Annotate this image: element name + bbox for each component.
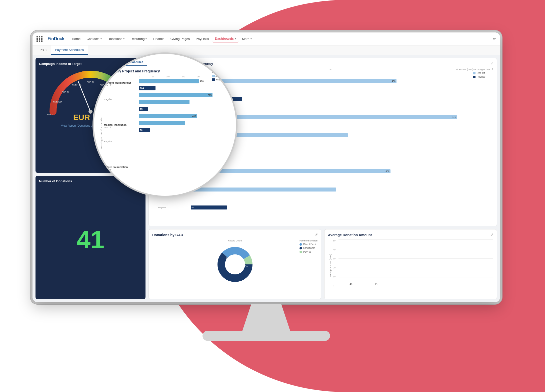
edit-icon[interactable]: ✏: [493, 36, 496, 41]
tab-bar: ns ▾ Payment Schedules: [32, 45, 500, 55]
donations-chevron-icon: ▾: [123, 37, 124, 40]
donations-by-gau-title: Donations by GAU: [152, 233, 318, 237]
nav-contacts[interactable]: Contacts ▾: [84, 35, 104, 42]
mag-bar-fwh-total: 525: [139, 93, 212, 97]
nav-paylinks[interactable]: PayLinks: [193, 35, 212, 42]
legend-direct-debit: Direct Debit: [300, 243, 318, 246]
magnifier-content: ns ▾ Payment Schedules Donations by Proj…: [94, 54, 236, 196]
bar-mi-regular: 25: [191, 151, 493, 156]
contacts-chevron-icon: ▾: [100, 37, 102, 40]
more-chevron-icon: ▾: [250, 37, 252, 40]
bar-np-oneoff: [191, 187, 493, 192]
donut-center-label: Record Count: [152, 239, 318, 242]
legend-paypal: PayPal: [300, 250, 318, 253]
nav-giving-pages[interactable]: Giving Pages: [168, 35, 192, 42]
nav-donations[interactable]: Donations ▾: [105, 35, 127, 42]
monitor-stand-neck: [241, 304, 291, 334]
bar-fwh-regular: 104: [191, 97, 493, 102]
donut-svg: 8.76% 29.27%: [215, 244, 255, 284]
nav-items: Home Contacts ▾ Donations ▾ Recurring ▾: [70, 35, 488, 42]
nav-finance[interactable]: Finance: [150, 35, 167, 42]
svg-text:EUR 1.5k: EUR 1.5k: [72, 84, 82, 86]
mag-bar-np-oneoff: [139, 121, 185, 125]
avg-donation-title: Average Donation Amount: [328, 233, 493, 237]
mag-bar-mi-regular: 25: [139, 107, 148, 111]
tab-ns[interactable]: ns ▾: [36, 45, 51, 55]
nav-recurring[interactable]: Recurring ▾: [128, 35, 149, 42]
mag-chart-body: Recurring or One off > GAU List Fighting…: [99, 76, 231, 191]
mag-bar-mi-oneoff: [139, 100, 190, 104]
gau-chart-expand-icon[interactable]: ⤢: [315, 232, 318, 236]
scene: FinDock Home Contacts ▾ Donations ▾ Recu…: [0, 0, 545, 392]
svg-text:EUR 500: EUR 500: [53, 101, 62, 103]
bar-fwh-oneoff: 406: [191, 79, 493, 84]
mag-bar-row-2: 104: [139, 85, 231, 91]
nav-dashboards[interactable]: Dashboards ▾: [212, 35, 238, 42]
mag-bar-np-regular: 50: [139, 128, 150, 132]
avg-chart-body: Average Amount (EUR) 0 10 20 30 40 50: [328, 239, 493, 292]
bottom-row: Donations by GAU ⤢ Payment Method Direct…: [148, 229, 497, 299]
mag-axis-label: Recurring or One off > GAU List: [100, 117, 103, 149]
avg-bars-container: 46 15: [338, 239, 493, 292]
navbar: FinDock Home Contacts ▾ Donations ▾ Recu…: [32, 32, 500, 45]
donations-by-gau-card: Donations by GAU ⤢ Payment Method Direct…: [148, 229, 321, 299]
mag-bar-row-5: 25: [139, 106, 231, 112]
mag-bar-mi-total: 400: [139, 114, 197, 118]
nav-home[interactable]: Home: [70, 35, 83, 42]
mag-y-fwh-reg: Regular: [104, 98, 137, 101]
tab-payment-schedules[interactable]: Payment Schedules: [51, 45, 88, 55]
mag-bar-row-6: 400: [139, 113, 231, 119]
mag-bar-row-8: 50: [139, 127, 231, 133]
nav-logo[interactable]: FinDock: [48, 36, 64, 41]
mag-y-fwh: Fighting World Hunger One off: [104, 81, 137, 87]
dashboards-chevron-icon: ▾: [235, 37, 236, 40]
legend-creditcard: CreditCard: [300, 247, 318, 249]
monitor-screen: FinDock Home Contacts ▾ Donations ▾ Recu…: [32, 32, 500, 302]
svg-text:8.76%: 8.76%: [226, 257, 233, 259]
recurring-chevron-icon: ▾: [146, 37, 147, 40]
donut-container: 8.76% 29.27%: [152, 242, 318, 287]
svg-text:29.27%: 29.27%: [240, 265, 248, 267]
svg-text:EUR 2k: EUR 2k: [86, 81, 94, 83]
mag-chart-title: Donations by Project and Frequency: [99, 69, 231, 73]
tab-ns-chevron-icon: ▾: [46, 49, 47, 51]
avg-bars: 46 15: [344, 239, 488, 287]
mag-y-mi-reg: Regular: [104, 140, 137, 143]
magnifier-overlay: ns ▾ Payment Schedules Donations by Proj…: [92, 52, 238, 197]
mag-bar-row-7: [139, 120, 231, 126]
mag-legend-regular: Regular: [212, 78, 232, 81]
project-label-np-reg: Regular: [158, 206, 189, 209]
project-chart-expand-icon[interactable]: ⤢: [491, 61, 494, 65]
number-of-donations-card: Number of Donations ⤢ 41: [36, 176, 146, 299]
mag-legend: Recurring or One off One off Regular: [212, 71, 232, 81]
avg-chart-expand-icon[interactable]: ⤢: [491, 232, 494, 236]
svg-text:EUR 0: EUR 0: [47, 113, 54, 116]
gau-legend: Payment Method Direct Debit CreditCard: [300, 239, 318, 253]
mag-bar-row-3: 525: [139, 92, 231, 98]
x-axis-title: of Amount (EUR): [456, 68, 473, 71]
svg-text:EUR 1k: EUR 1k: [62, 91, 70, 93]
avg-y-numbers: 0 10 20 30 40 50: [333, 239, 338, 292]
bar-np-regular: 50: [191, 205, 493, 210]
bars-area: 0 90 180 of Amount (EUR) 406: [191, 68, 493, 216]
monitor-stand-base: [202, 331, 330, 341]
donations-count-value: 41: [39, 183, 142, 296]
mag-y-mi: Medical Innovation One off: [104, 124, 137, 129]
app-grid-icon[interactable]: [36, 36, 42, 42]
campaign-card-title: Campaign Income to Target: [39, 62, 82, 66]
monitor: FinDock Home Contacts ▾ Donations ▾ Recu…: [32, 32, 512, 332]
nav-more-button[interactable]: More ▾: [240, 35, 254, 42]
mag-bar-row-4: [139, 99, 231, 105]
mag-legend-one-off: One off: [212, 75, 232, 77]
avg-donation-card: Average Donation Amount ⤢ Average Amount…: [324, 229, 497, 299]
mag-bar-fwh-regular: 104: [139, 86, 156, 90]
mag-y-np: Nature Preservation One off: [104, 166, 137, 171]
mag-bars: 0 90 180 270 360 450 540: [139, 76, 231, 191]
x-axis-labels: 0 90 180: [191, 68, 473, 71]
bar-mi-total: 400: [191, 169, 493, 174]
avg-y-axis-label: Average Amount (EUR): [329, 254, 332, 277]
mag-bar-fwh-oneoff: [139, 79, 199, 83]
